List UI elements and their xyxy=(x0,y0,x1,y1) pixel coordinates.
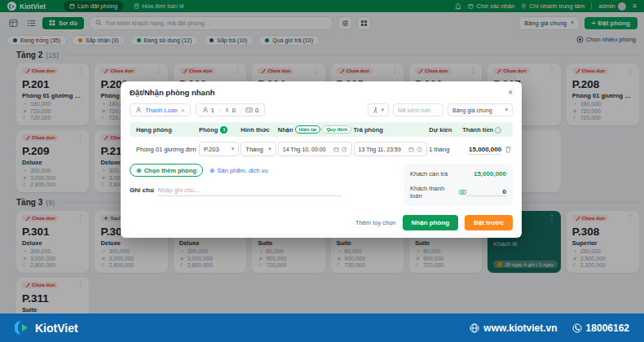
cash-icon[interactable] xyxy=(459,189,466,195)
id-card-counter: 0 xyxy=(245,107,258,114)
quick-booking-modal: Đặt/Nhận phòng nhanh × Thanh Loan × 1 | … xyxy=(121,81,522,238)
checkin-rule-toggle[interactable]: Quy định xyxy=(322,125,351,134)
add-room-button[interactable]: ⊕ Chọn thêm phòng xyxy=(130,164,203,177)
header-room-type: Hạng phòng xyxy=(136,126,197,134)
amount-paid-row: Khách thanh toán 0 xyxy=(410,185,506,200)
room-type-cell: Phòng 01 giường đơn xyxy=(136,146,197,153)
note-label: Ghi chú xyxy=(130,186,154,194)
calendar-icon xyxy=(408,147,414,152)
remove-customer-icon[interactable]: × xyxy=(181,107,185,114)
checkout-datetime-input[interactable]: 13 Thg 11, 23:59 xyxy=(354,142,428,156)
info-icon: i xyxy=(495,127,501,134)
kiotviet-logo-icon xyxy=(15,320,30,335)
amount-input[interactable]: 15,000,000 xyxy=(469,146,501,155)
sales-channel-input[interactable] xyxy=(393,103,443,116)
plus-circle-icon: ⊕ xyxy=(136,167,142,174)
modal-price-book-select[interactable]: Bảng giá chung ▾ xyxy=(448,103,513,116)
walk-in-select[interactable]: ▾ xyxy=(368,103,389,116)
close-icon[interactable]: × xyxy=(508,89,513,97)
chevron-down-icon: ▾ xyxy=(232,146,235,152)
person-icon xyxy=(135,107,142,113)
footer-brand: KiotViet xyxy=(15,320,78,335)
checkin-datetime-input[interactable]: 14 Thg 10, 00:00 xyxy=(278,142,352,156)
booking-table-header: Hạng phòng Phòng 1 Hình thức Nhận Hiện t… xyxy=(130,122,513,137)
modal-title: Đặt/Nhận phòng nhanh xyxy=(130,88,215,97)
footer: KiotViet www.kiotviet.vn 18006162 xyxy=(0,314,644,342)
payment-summary: Khách cần trả 15,000,000 Khách thanh toá… xyxy=(404,164,513,206)
footer-hotline[interactable]: 18006162 xyxy=(572,322,629,334)
clock-icon xyxy=(417,147,422,152)
room-select[interactable]: P.203▾ xyxy=(199,142,239,156)
chevron-down-icon: ▾ xyxy=(381,107,384,113)
app-window: KiotViet Lịch đặt phòng Hóa đơn bán lẻ C… xyxy=(0,0,644,342)
modal-customer-row: Thanh Loan × 1 | 0 | 0 xyxy=(130,103,513,116)
more-options-link[interactable]: Thêm tùy chọn xyxy=(355,219,396,226)
globe-icon xyxy=(470,323,479,333)
adult-counter: 1 xyxy=(202,107,214,114)
delete-row-button[interactable] xyxy=(503,146,513,153)
note-input[interactable] xyxy=(158,186,342,196)
amount-due-row: Khách cần trả 15,000,000 xyxy=(410,170,506,178)
reserve-button[interactable]: Đặt trước xyxy=(465,215,513,230)
calendar-icon xyxy=(333,147,339,152)
checkin-button[interactable]: Nhận phòng xyxy=(403,215,459,230)
guest-counters[interactable]: 1 | 0 | 0 xyxy=(196,103,265,116)
child-counter: 0 xyxy=(224,107,236,114)
customer-chip[interactable]: Thanh Loan × xyxy=(130,103,191,116)
phone-icon xyxy=(572,323,582,333)
adult-icon xyxy=(202,107,209,113)
chevron-down-icon: ▾ xyxy=(268,146,271,152)
id-card-icon xyxy=(245,107,253,113)
child-icon xyxy=(224,107,230,113)
chevron-down-icon: ▾ xyxy=(505,107,508,113)
room-count-badge: 1 xyxy=(220,126,227,134)
rate-form-select[interactable]: Tháng▾ xyxy=(240,142,276,156)
header-checkin: Nhận Hiện tại Quy định xyxy=(278,125,352,134)
walking-person-icon xyxy=(373,107,378,114)
booking-table-row: Phòng 01 giường đơn P.203▾ Tháng▾ 14 Thg… xyxy=(130,142,513,156)
customer-name: Thanh Loan xyxy=(145,107,178,114)
plus-circle-icon: ⊕ xyxy=(210,167,215,174)
footer-website[interactable]: www.kiotviet.vn xyxy=(470,322,557,334)
amount-due-value: 15,000,000 xyxy=(474,170,506,178)
header-expected: Dự kiến xyxy=(429,126,457,134)
checkin-now-toggle[interactable]: Hiện tại xyxy=(295,125,321,134)
header-amount: Thành tiềni xyxy=(458,126,501,134)
header-form: Hình thức xyxy=(240,126,276,134)
header-checkout: Trả phòng xyxy=(354,126,428,134)
add-service-link[interactable]: ⊕ Sản phẩm, dịch vụ xyxy=(210,167,268,174)
amount-paid-input[interactable]: 0 xyxy=(466,188,506,196)
header-room: Phòng 1 xyxy=(199,126,239,134)
clock-icon xyxy=(342,147,347,152)
expected-duration: 1 tháng xyxy=(429,146,457,153)
